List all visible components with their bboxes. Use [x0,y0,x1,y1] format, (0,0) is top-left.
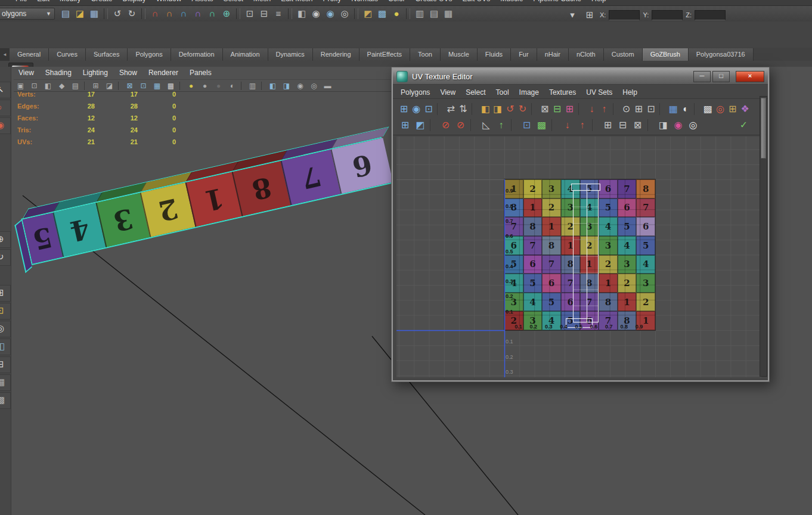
lasso-tool-icon[interactable]: ○ [0,100,11,116]
shelf-tab-polygons[interactable]: Polygons [128,48,171,61]
open-scene-icon[interactable]: ◪ [73,7,87,20]
menu-modify[interactable]: Modify [60,0,80,3]
wireframe-icon[interactable]: ⊠ [123,80,137,91]
shelf-tab-gozbrush[interactable]: GoZBrush [643,48,689,61]
menu-pipeline-cache[interactable]: Pipeline Cache [533,0,581,3]
select-tool-icon[interactable]: ↖ [0,82,11,98]
image-display-icon[interactable]: ▦ [667,102,680,116]
snap-view-plane-icon[interactable]: ∩ [205,7,219,20]
panel-menu-panels[interactable]: Panels [190,69,212,77]
menu-proxy[interactable]: Proxy [323,0,342,3]
uv-rotate-tool-icon[interactable]: ◩ [413,118,427,132]
rotate-ccw-icon[interactable]: ↺ [504,102,516,116]
xray-icon[interactable]: ◧ [266,80,280,91]
scrollbar-thumb[interactable] [761,98,766,159]
custom-tool-2-icon[interactable]: ▩ [0,392,11,409]
textured-icon[interactable]: ▦ [150,80,164,91]
x-coordinate-input[interactable] [609,10,640,20]
render-settings-icon[interactable]: ◎ [337,7,352,20]
shelf-tab-animation[interactable]: Animation [223,48,268,61]
panel-menu-shading[interactable]: Shading [45,69,72,77]
snap-uvs-icon[interactable]: ⊙ [620,102,633,116]
paint-effects-panel-icon[interactable]: ◩ [361,7,375,20]
gamma-icon[interactable]: ◎ [307,80,321,91]
menu-create[interactable]: Create [91,0,112,3]
shelf-tab-dynamics[interactable]: Dynamics [268,48,313,61]
menu-edit[interactable]: Edit [37,0,49,3]
checkered-icon[interactable]: ▩ [164,80,178,91]
uv-menu-select[interactable]: Select [466,88,485,97]
shelf-tab-nhair[interactable]: nHair [537,48,569,61]
custom-tool-1-icon[interactable]: ▦ [0,374,11,391]
shelf-tab-surfaces[interactable]: Surfaces [86,48,128,61]
scale-tool-icon[interactable]: ⊞ [0,285,11,302]
menu-normals[interactable]: Normals [351,0,378,3]
panel-menu-renderer[interactable]: Renderer [148,69,178,77]
isolate-add-icon[interactable]: ⊟ [615,118,630,132]
all-lights-icon[interactable]: ● [198,80,212,91]
menu-file[interactable]: File [16,0,27,3]
snap-point-icon[interactable]: ∩ [176,7,191,20]
selection-mask-icon[interactable]: ▾ [565,8,579,21]
bar-face-8[interactable]: 8 [232,161,291,216]
layout-uvs-icon[interactable]: ⊡ [645,102,658,116]
refresh-image-icon[interactable]: ✓ [736,118,751,132]
pin-uv-icon[interactable]: ↓ [560,118,575,132]
shelf-tab-painteffects[interactable]: PaintEffects [359,48,411,61]
shelf-tab-fluids[interactable]: Fluids [478,48,511,61]
xray-joints-icon[interactable]: ◨ [280,80,293,91]
sew-uv-edges-icon[interactable]: ⊞ [563,102,576,116]
exposure-icon[interactable]: ◉ [293,80,307,91]
menu-edit-uvs[interactable]: Edit UVs [463,0,491,3]
translate-uv-icon[interactable]: ⇄ [445,102,457,116]
snap-curve-icon[interactable]: ∩ [162,7,176,20]
menu-set-dropdown[interactable]: olygons ▼ [0,8,55,20]
shelf-tab-polygonsa03716[interactable]: Polygonsa03716 [689,48,754,61]
menu-assets[interactable]: Assets [191,0,213,3]
menu-create-uvs[interactable]: Create UVs [416,0,453,3]
light-icon[interactable]: ● [389,7,404,20]
uv-grid-icon[interactable]: ▩ [702,102,714,116]
shelf-tab-curves[interactable]: Curves [49,48,86,61]
shelf-tab-ncloth[interactable]: nCloth [569,48,604,61]
dim-image-icon[interactable]: ◨ [656,118,671,132]
uv-menu-image[interactable]: Image [519,88,539,97]
rotate-tool-icon[interactable]: ↻ [0,249,11,266]
menu-window[interactable]: Window [156,0,182,3]
grid-snap-icon[interactable]: ⊞ [582,8,597,21]
uv-menu-uv-sets[interactable]: UV Sets [586,88,612,97]
universal-manipulator-icon[interactable]: ⊡ [0,303,11,319]
isolate-select-icon[interactable]: ▥ [246,80,259,91]
unfold-uvs-icon[interactable]: ↑ [494,118,509,132]
isolate-select-view-icon[interactable]: ⊞ [600,118,615,132]
camera-attributes-icon[interactable]: ◧ [41,80,55,91]
show-manipulator-icon[interactable]: ◧ [0,339,11,355]
snap-projected-center-icon[interactable]: ∩ [191,7,205,20]
image-plane-icon[interactable]: ▤ [69,80,82,91]
relax-uvs-icon[interactable]: ⊡ [519,118,534,132]
menu-color[interactable]: Color [388,0,405,3]
uv-menu-polygons[interactable]: Polygons [401,88,430,97]
undo-icon[interactable]: ↺ [110,7,125,20]
move-uv-shell-tool-icon[interactable]: ⊡ [423,102,435,116]
paint-select-tool-icon[interactable]: ◉ [0,117,11,134]
attribute-editor-icon[interactable]: ▥ [413,7,427,20]
uv-texture-editor-window[interactable]: UV Texture Editor ─ □ × PolygonsViewSele… [391,67,770,382]
filtered-image-icon[interactable]: ◐ [680,102,692,116]
menu-mesh[interactable]: Mesh [253,0,271,3]
open-render-view-icon[interactable]: ◧ [295,7,309,20]
output-from-selected-icon[interactable]: ⊟ [257,7,271,20]
panel-menu-lighting[interactable]: Lighting [83,69,108,77]
rotate-uv-icon[interactable]: ⇅ [457,102,470,116]
grid-uvs-icon[interactable]: ▩ [534,118,549,132]
uv-menu-tool[interactable]: Tool [496,88,509,97]
maximize-button[interactable]: □ [712,71,730,82]
shaded-icon[interactable]: ⊡ [137,80,150,91]
menu-help[interactable]: Help [591,0,606,3]
channel-box-icon[interactable]: ▦ [441,7,455,20]
make-live-icon[interactable]: ⊕ [219,7,234,20]
gate-mask-icon[interactable]: ▬ [321,80,334,91]
tool-settings-icon[interactable]: ▤ [427,7,441,20]
bookmark-icon[interactable]: ◆ [55,80,69,91]
shelf-tab-rendering[interactable]: Rendering [313,48,359,61]
